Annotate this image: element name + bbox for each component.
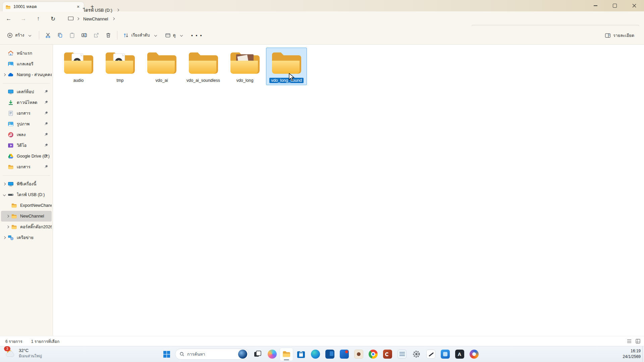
refresh-button[interactable]: ↻	[47, 13, 59, 24]
delete-button[interactable]	[102, 30, 114, 41]
taskbar-app-settings[interactable]	[410, 348, 423, 361]
sidebar-item-folder[interactable]: ExportNewChanel	[1, 200, 52, 211]
folder-name: vdo_ai	[154, 78, 170, 83]
status-bar: 6 รายการ 1 รายการที่เลือก	[0, 336, 644, 346]
folder-tile-vdo_ai_soundless[interactable]: vdo_ai_soundless	[183, 48, 224, 85]
weather-widget[interactable]: 3 32°C มีเมฆส่วนใหญ่	[5, 348, 42, 359]
more-options-button[interactable]: • • •	[188, 33, 206, 38]
tree-expander[interactable]	[1, 183, 8, 185]
tree-expander[interactable]	[1, 144, 8, 146]
sidebar-item-music[interactable]: เพลง	[1, 129, 52, 140]
sidebar-item-documents[interactable]: เอกสาร	[1, 108, 52, 119]
taskbar-app-app-tan[interactable]	[352, 348, 365, 361]
tree-expander[interactable]	[1, 237, 8, 239]
taskbar-app-app-blue-red[interactable]	[337, 348, 351, 361]
usbdrive-icon	[8, 192, 14, 198]
tree-expander[interactable]	[1, 74, 8, 76]
taskbar-app-copilot[interactable]	[265, 348, 279, 361]
sort-button[interactable]: เรียงลำดับ	[120, 29, 162, 41]
maximize-button[interactable]	[605, 0, 625, 11]
taskbar-app-file-explorer[interactable]	[280, 348, 293, 361]
close-button[interactable]	[625, 0, 644, 11]
taskbar-clock[interactable]: 16:19 24/1/2569	[623, 348, 641, 360]
folder-tile-vdo_long_sound[interactable]: vdo_long_sound	[266, 48, 307, 85]
tree-expander[interactable]	[1, 102, 8, 104]
back-button[interactable]: ←	[3, 13, 15, 24]
gdrive-icon	[8, 153, 14, 159]
cut-button[interactable]	[42, 30, 54, 41]
sidebar-item-folder[interactable]: NewChannel	[1, 211, 52, 222]
forward-button[interactable]: →	[17, 13, 30, 24]
sidebar-item-label: Narong - ส่วนบุคคล	[17, 71, 52, 78]
taskbar-app-store[interactable]	[294, 348, 308, 361]
folder-tile-vdo_long[interactable]: vdo_long	[224, 48, 265, 85]
tree-expander[interactable]	[4, 226, 11, 228]
sidebar-item-label: คอร์สติ๊กต๊อก2026	[20, 224, 52, 230]
start-button[interactable]	[160, 348, 173, 361]
tree-expander[interactable]	[4, 215, 11, 217]
breadcrumb-item[interactable]: NewChannel	[81, 15, 110, 23]
minimize-button[interactable]	[586, 0, 605, 11]
tree-expander[interactable]	[1, 194, 8, 196]
sidebar-item-videos[interactable]: วิดีโอ	[1, 140, 52, 151]
new-button[interactable]: สร้าง	[4, 29, 36, 41]
sidebar-item-desktop[interactable]: เดสก์ท็อป	[1, 86, 52, 97]
taskbar-search[interactable]: การค้นหา	[175, 349, 249, 360]
up-button[interactable]: ↑	[32, 13, 44, 24]
sidebar-item-network[interactable]: เครือข่าย	[1, 232, 52, 243]
pin-icon	[44, 111, 48, 115]
folder-tile-vdo_ai[interactable]: vdo_ai	[141, 48, 182, 85]
tree-expander[interactable]	[1, 134, 8, 136]
details-pane-button[interactable]: รายละเอียด	[602, 30, 637, 41]
sidebar-item-folder[interactable]: เอกสาร	[1, 162, 52, 172]
folder-tile-audio[interactable]: audio	[58, 48, 99, 85]
desktop-icon	[8, 89, 14, 95]
sidebar-item-gdrive[interactable]: Google Drive (G:)	[1, 151, 52, 162]
breadcrumb-item[interactable]: ไดรฟ์ USB (D:)	[81, 5, 114, 15]
tree-expander[interactable]	[1, 91, 8, 93]
tree-expander[interactable]	[1, 52, 8, 54]
folder-tile-tmp[interactable]: tmp	[100, 48, 141, 85]
sidebar-item-home[interactable]: หน้าแรก	[1, 48, 52, 59]
folder-icon	[187, 50, 219, 76]
new-button-label: สร้าง	[15, 32, 24, 39]
taskbar-app-edge[interactable]	[309, 348, 322, 361]
sidebar-item-onedrive[interactable]: Narong - ส่วนบุคคล	[1, 69, 52, 80]
sidebar-item-folder[interactable]: คอร์สติ๊กต๊อก2026	[1, 222, 52, 232]
sidebar-item-downloads[interactable]: ดาวน์โหลด	[1, 97, 52, 108]
tree-expander[interactable]	[1, 155, 8, 157]
view-button[interactable]: ดู	[162, 29, 188, 41]
taskbar-app-notepad[interactable]	[395, 348, 409, 361]
taskbar-app-app-dark-a[interactable]: A	[453, 348, 466, 361]
rename-button[interactable]	[78, 30, 90, 41]
taskbar-app-pen-app[interactable]	[424, 348, 437, 361]
tree-expander[interactable]	[4, 204, 11, 206]
view-button-label: ดู	[173, 32, 176, 39]
chevron-right-icon	[76, 17, 79, 20]
taskbar-app-task-view[interactable]	[251, 348, 264, 361]
copy-button[interactable]	[54, 30, 66, 41]
large-icons-view-toggle[interactable]	[635, 339, 641, 344]
share-button[interactable]	[90, 30, 102, 41]
sidebar-item-thispc[interactable]: พีซีเครื่องนี้	[1, 179, 52, 189]
taskbar-app-app-azure[interactable]	[438, 348, 452, 361]
chevron-right-icon	[116, 9, 119, 11]
details-view-toggle[interactable]	[627, 339, 632, 344]
sidebar-item-gallery[interactable]: แกลเลอรี	[1, 59, 52, 69]
sidebar-pinned-section: เดสก์ท็อป ดาวน์โหลด เอกสาร	[0, 86, 53, 172]
taskbar-app-outlook[interactable]	[323, 348, 336, 361]
taskbar-app-browser-colorful[interactable]	[467, 348, 481, 361]
sidebar-item-usbdrive[interactable]: ไดรฟ์ USB (D:)	[1, 189, 52, 200]
tree-expander[interactable]	[1, 166, 8, 168]
tree-expander[interactable]	[1, 123, 8, 125]
sidebar-item-pictures[interactable]: รูปภาพ	[1, 119, 52, 129]
tree-expander[interactable]	[1, 63, 8, 65]
tree-expander[interactable]	[1, 112, 8, 114]
sidebar-divider	[3, 83, 50, 83]
notepad-icon	[397, 350, 407, 359]
taskbar-app-app-maroon[interactable]	[381, 348, 394, 361]
show-desktop-button[interactable]	[642, 346, 644, 362]
taskbar: 3 32°C มีเมฆส่วนใหญ่ ก	[0, 346, 644, 362]
taskbar-app-chrome[interactable]	[366, 348, 380, 361]
paste-button[interactable]	[66, 30, 78, 41]
